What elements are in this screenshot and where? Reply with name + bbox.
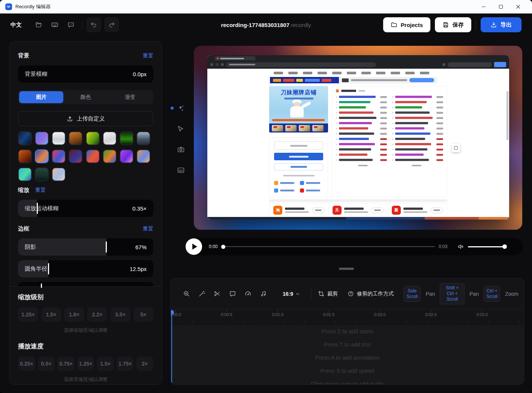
text-placeholder <box>306 182 320 184</box>
zoom-level-hint: 选择缩放区域以调整 <box>18 327 153 334</box>
shadow-slider[interactable]: 阴影 67% <box>18 238 153 256</box>
wallpaper-thumbnail[interactable] <box>35 149 49 163</box>
captions-tool-icon[interactable] <box>176 165 186 175</box>
zoom-level-button[interactable]: 2.2× <box>87 307 108 322</box>
aspect-ratio-dropdown[interactable]: 16:9 <box>283 291 300 297</box>
timeline-ruler[interactable]: 0:00.00:00.50:01.00:01.50:02.00:02.50:03… <box>171 309 524 325</box>
timeline-hint: Press Z to add zoom <box>321 327 373 336</box>
timeline-track-area[interactable]: Press Z to add zoomPress T to add trimPr… <box>171 325 524 385</box>
projects-button[interactable]: Projects <box>383 17 430 32</box>
document-name: recording-1774853031807 <box>221 22 289 28</box>
volume-icon[interactable] <box>457 243 464 250</box>
open-folder-icon[interactable] <box>31 18 46 32</box>
export-button[interactable]: 导出 <box>481 17 522 32</box>
tab-image[interactable]: 图片 <box>19 91 63 103</box>
border-reset-link[interactable]: 重置 <box>143 226 153 232</box>
seek-track[interactable] <box>221 246 435 247</box>
wallpaper-thumbnail[interactable] <box>52 131 66 145</box>
wallpaper-thumbnail[interactable] <box>18 149 32 163</box>
music-icon[interactable] <box>257 288 270 300</box>
crop-button[interactable]: 裁剪 <box>318 291 338 297</box>
undo-button[interactable] <box>86 17 101 32</box>
news-row <box>336 122 387 125</box>
feedback-icon[interactable] <box>64 18 78 32</box>
tab-color[interactable]: 颜色 <box>63 91 108 103</box>
background-blur-slider[interactable]: 背景模糊 0.0px <box>18 65 153 83</box>
slider-thumb[interactable] <box>37 203 38 214</box>
zoom-level-button[interactable]: 1.5× <box>41 307 61 322</box>
news-date-placeholder <box>436 143 443 145</box>
cursor-tool-icon[interactable] <box>175 124 185 134</box>
wallpaper-thumbnail[interactable] <box>52 149 66 163</box>
header-separator <box>82 20 82 30</box>
wallpaper-thumbnail[interactable] <box>69 149 82 163</box>
seek-thumb[interactable] <box>221 245 225 249</box>
news-date-placeholder <box>380 138 387 140</box>
corner-radius-slider[interactable]: 圆角半径 12.5px <box>18 260 153 277</box>
wallpaper-thumbnail[interactable] <box>86 149 100 163</box>
scissors-icon[interactable] <box>211 288 223 300</box>
effects-sparkles-icon[interactable] <box>176 103 186 113</box>
redo-button[interactable] <box>104 17 119 32</box>
slider-thumb[interactable] <box>48 263 49 274</box>
annotation-icon[interactable] <box>226 288 239 300</box>
wallpaper-thumbnail[interactable] <box>18 167 32 181</box>
panel-drag-handle[interactable] <box>339 268 354 270</box>
upload-custom-button[interactable]: 上传自定义 <box>18 111 153 126</box>
zoom-level-button[interactable]: 5× <box>133 307 154 322</box>
shortcut-action: Zoom <box>505 291 519 297</box>
zoom-in-icon[interactable] <box>180 288 193 300</box>
wallpaper-thumbnail[interactable] <box>35 131 49 145</box>
clipped-slider[interactable] <box>18 282 153 286</box>
tab-gradient[interactable]: 渐变 <box>108 91 152 103</box>
wallpaper-thumbnail[interactable] <box>35 167 49 181</box>
wallpaper-thumbnail[interactable] <box>136 131 150 145</box>
zoom-level-button[interactable]: 3.5× <box>110 307 130 322</box>
slider-thumb[interactable] <box>41 283 42 288</box>
camera-tool-icon[interactable] <box>176 145 186 154</box>
sidebar-divider <box>10 286 162 287</box>
zoom-motion-blur-slider[interactable]: 缩放运动模糊 0.35× <box>18 200 153 217</box>
speed-button[interactable]: 1.75× <box>117 357 134 371</box>
playhead-line[interactable] <box>171 315 172 384</box>
play-button[interactable] <box>186 238 202 255</box>
magic-wand-icon[interactable] <box>195 288 208 300</box>
wallpaper-thumbnail[interactable] <box>86 131 100 145</box>
speed-button[interactable]: 2× <box>136 357 153 371</box>
wallpaper-thumbnail[interactable] <box>136 149 150 163</box>
wallpaper-thumbnail[interactable] <box>52 167 66 181</box>
keyboard-icon[interactable] <box>48 18 62 32</box>
maximize-button[interactable] <box>492 0 510 13</box>
slider-thumb[interactable] <box>106 241 107 253</box>
speed-gauge-icon[interactable] <box>241 288 254 300</box>
trim-help-button[interactable]: 修剪的工作方式 <box>348 291 394 297</box>
speed-button[interactable]: 0.25× <box>18 357 35 371</box>
close-button[interactable] <box>510 0 527 13</box>
zoom-level-button[interactable]: 1.25× <box>18 307 38 322</box>
nav-item-placeholder <box>361 72 371 74</box>
volume-track[interactable] <box>468 246 503 247</box>
wallpaper-thumbnail[interactable] <box>120 149 133 163</box>
speed-button[interactable]: 0.75× <box>57 357 75 371</box>
video-preview-canvas[interactable]: 刀妹潮牌店铺 <box>194 46 522 230</box>
save-button[interactable]: 保存 <box>435 17 471 32</box>
volume-thumb[interactable] <box>502 244 507 249</box>
login-input <box>274 142 323 150</box>
minimize-button[interactable] <box>475 0 492 13</box>
news-date-placeholder <box>436 112 443 114</box>
crop-icon <box>318 291 324 297</box>
current-time: 0:00 <box>209 244 217 249</box>
speed-button[interactable]: 0.5× <box>38 357 55 371</box>
wallpaper-thumbnail[interactable] <box>18 131 32 145</box>
speed-button[interactable]: 1.5× <box>97 357 114 371</box>
wallpaper-thumbnail[interactable] <box>103 149 117 163</box>
zoom-reset-link[interactable]: 重置 <box>35 187 46 194</box>
speed-button[interactable]: 1.25× <box>77 357 94 371</box>
wallpaper-thumbnail[interactable] <box>103 131 117 145</box>
background-reset-link[interactable]: 重置 <box>143 53 153 59</box>
wallpaper-thumbnail[interactable] <box>120 131 133 145</box>
zoom-level-button[interactable]: 1.8× <box>64 307 84 322</box>
wallpaper-thumbnail[interactable] <box>69 131 82 145</box>
language-button[interactable]: 中文 <box>10 21 22 29</box>
nav-item-placeholder <box>332 72 342 74</box>
